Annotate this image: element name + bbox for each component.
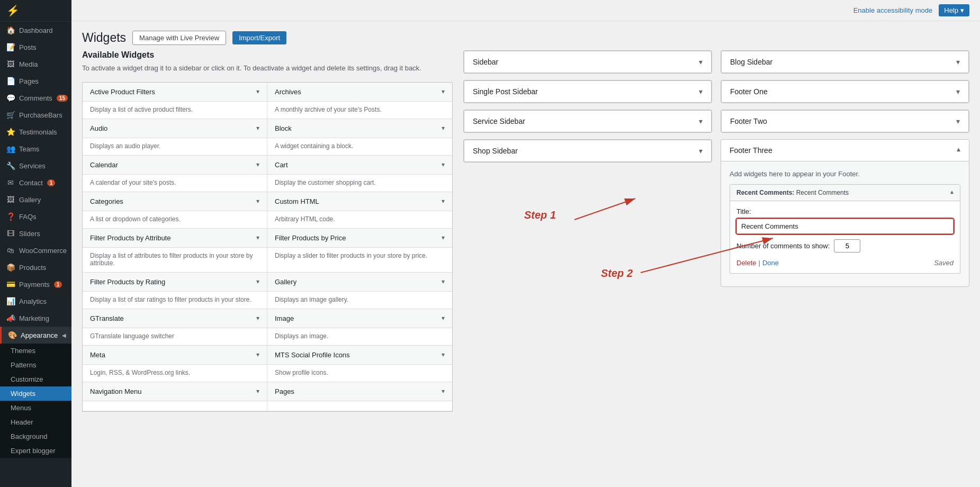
sidebar-sub-item-patterns[interactable]: Patterns bbox=[0, 358, 71, 372]
sidebar-sub-item-menus[interactable]: Menus bbox=[0, 401, 71, 415]
num-comments-label: Number of comments to show: bbox=[736, 242, 830, 250]
widget-header-archives[interactable]: Archives ▾ bbox=[267, 83, 452, 102]
sidebar-item-media[interactable]: 🖼 Media bbox=[0, 56, 71, 73]
widget-name: Audio bbox=[90, 124, 107, 132]
sidebar-item-services[interactable]: 🔧 Services bbox=[0, 157, 71, 174]
sidebar-collapse-icon: ▾ bbox=[699, 147, 703, 155]
import-export-button[interactable]: Import/Export bbox=[232, 31, 286, 44]
sidebar-item-marketing[interactable]: 📣 Marketing bbox=[0, 310, 71, 327]
widget-name: GTranslate bbox=[90, 314, 124, 322]
widget-name: Filter Products by Attribute bbox=[90, 234, 170, 242]
widget-header-mts-social[interactable]: MTS Social Profile Icons ▾ bbox=[267, 346, 452, 365]
sidebar-sub-item-themes[interactable]: Themes bbox=[0, 344, 71, 358]
comments-icon: 💬 bbox=[6, 94, 15, 102]
sidebar-area-blog-header[interactable]: Blog Sidebar ▾ bbox=[721, 51, 969, 73]
widget-desc: Display a list of active product filters… bbox=[83, 102, 267, 119]
appearance-submenu: Themes Patterns Customize Widgets Menus … bbox=[0, 344, 71, 458]
sidebar-sub-item-widgets[interactable]: Widgets bbox=[0, 386, 71, 401]
widget-name: Meta bbox=[90, 351, 105, 359]
help-button[interactable]: Help ▾ bbox=[939, 4, 969, 16]
widget-header-filter-by-rating[interactable]: Filter Products by Rating ▾ bbox=[83, 273, 267, 292]
action-separator: | bbox=[757, 259, 762, 267]
widget-desc: Arbitrary HTML code. bbox=[267, 211, 452, 228]
recent-comments-header[interactable]: Recent Comments: Recent Comments ▾ bbox=[730, 185, 960, 201]
sidebar-item-contact[interactable]: ✉ Contact 1 bbox=[0, 174, 71, 191]
widget-name: Gallery bbox=[275, 278, 296, 286]
widget-desc: Display a list of attributes to filter p… bbox=[83, 248, 267, 272]
widget-header-cart[interactable]: Cart ▾ bbox=[267, 156, 452, 175]
sidebar-item-payments[interactable]: 💳 Payments 1 bbox=[0, 276, 71, 293]
widget-header-gallery[interactable]: Gallery ▾ bbox=[267, 273, 452, 292]
widget-desc: A widget containing a block. bbox=[267, 138, 452, 155]
widget-header-categories[interactable]: Categories ▾ bbox=[83, 192, 267, 211]
widget-desc bbox=[83, 401, 267, 411]
widget-item-audio: Audio ▾ Displays an audio player. bbox=[83, 119, 267, 156]
widget-desc: Login, RSS, & WordPress.org links. bbox=[83, 365, 267, 382]
sidebar-item-appearance[interactable]: 🎨 Appearance ◀ bbox=[0, 327, 71, 344]
woocommerce-icon: 🛍 bbox=[6, 246, 15, 255]
sidebar-sub-item-expert-blogger[interactable]: Expert blogger bbox=[0, 444, 71, 458]
sidebar-item-gallery[interactable]: 🖼 Gallery bbox=[0, 191, 71, 208]
widget-header-navigation-menu[interactable]: Navigation Menu ▾ bbox=[83, 382, 267, 401]
sidebar-area-footer-one-header[interactable]: Footer One ▾ bbox=[721, 80, 969, 103]
sidebar-area-shop-header[interactable]: Shop Sidebar ▾ bbox=[464, 140, 712, 162]
widget-header-image[interactable]: Image ▾ bbox=[267, 309, 452, 328]
sidebar-item-teams[interactable]: 👥 Teams bbox=[0, 140, 71, 157]
available-widgets-heading: Available Widgets bbox=[82, 50, 453, 60]
sidebar-item-sliders[interactable]: 🎞 Sliders bbox=[0, 225, 71, 242]
sidebar-sub-item-background[interactable]: Background bbox=[0, 429, 71, 444]
widget-header-active-product-filters[interactable]: Active Product Filters ▾ bbox=[83, 83, 267, 102]
help-dropdown-icon: ▾ bbox=[960, 6, 964, 14]
dropdown-icon: ▾ bbox=[442, 124, 445, 132]
footer-three-header[interactable]: Footer Three ▾ bbox=[721, 140, 969, 161]
widget-item-meta: Meta ▾ Login, RSS, & WordPress.org links… bbox=[83, 346, 267, 382]
title-input[interactable] bbox=[736, 219, 954, 234]
widget-name: Pages bbox=[275, 387, 294, 395]
delete-link[interactable]: Delete bbox=[736, 259, 757, 267]
sidebar-item-woocommerce[interactable]: 🛍 WooCommerce bbox=[0, 242, 71, 259]
widget-item-image: Image ▾ Displays an image. bbox=[267, 309, 452, 346]
widget-header-audio[interactable]: Audio ▾ bbox=[83, 119, 267, 138]
accessibility-link[interactable]: Enable accessibility mode bbox=[853, 6, 933, 14]
widget-name: Cart bbox=[275, 161, 288, 169]
sidebar-item-testimonials[interactable]: ⭐ Testimonials bbox=[0, 123, 71, 140]
widget-header-filter-by-attribute[interactable]: Filter Products by Attribute ▾ bbox=[83, 229, 267, 248]
sidebar-item-comments[interactable]: 💬 Comments 15 bbox=[0, 89, 71, 106]
sidebar-area-single-post-header[interactable]: Single Post Sidebar ▾ bbox=[464, 80, 712, 103]
footer-three-title: Footer Three bbox=[730, 146, 772, 155]
widget-header-pages[interactable]: Pages ▾ bbox=[267, 382, 452, 401]
sidebar-item-products[interactable]: 📦 Products bbox=[0, 259, 71, 276]
sidebar-sub-item-customize[interactable]: Customize bbox=[0, 372, 71, 386]
sidebar-sub-item-header[interactable]: Header bbox=[0, 415, 71, 429]
widget-item-navigation-menu: Navigation Menu ▾ bbox=[83, 382, 267, 411]
widget-header-filter-by-price[interactable]: Filter Products by Price ▾ bbox=[267, 229, 452, 248]
done-link[interactable]: Done bbox=[762, 259, 779, 267]
sidebar-item-posts[interactable]: 📝 Posts bbox=[0, 39, 71, 56]
sidebar-item-dashboard[interactable]: 🏠 Dashboard bbox=[0, 22, 71, 39]
widget-desc: Show profile icons. bbox=[267, 365, 452, 382]
num-comments-input[interactable] bbox=[834, 239, 860, 252]
sidebar-item-pages[interactable]: 📄 Pages bbox=[0, 73, 71, 89]
sidebar-item-faqs[interactable]: ❓ FAQs bbox=[0, 208, 71, 225]
sidebar-area-footer-two: Footer Two ▾ bbox=[721, 110, 969, 133]
right-sidebar-col: Blog Sidebar ▾ Footer One ▾ bbox=[721, 50, 969, 287]
widget-header-gtranslate[interactable]: GTranslate ▾ bbox=[83, 309, 267, 328]
manage-live-preview-button[interactable]: Manage with Live Preview bbox=[132, 31, 226, 45]
sidebar-logo: ⚡ bbox=[0, 0, 71, 22]
widget-header-custom-html[interactable]: Custom HTML ▾ bbox=[267, 192, 452, 211]
sidebar-item-label: Dashboard bbox=[19, 26, 53, 34]
widget-header-calendar[interactable]: Calendar ▾ bbox=[83, 156, 267, 175]
testimonials-icon: ⭐ bbox=[6, 128, 15, 136]
sidebar-item-purchasebars[interactable]: 🛒 PurchaseBars bbox=[0, 106, 71, 123]
sidebar-item-analytics[interactable]: 📊 Analytics bbox=[0, 293, 71, 310]
services-icon: 🔧 bbox=[6, 161, 15, 170]
sidebar-area-footer-two-header[interactable]: Footer Two ▾ bbox=[721, 110, 969, 132]
widget-header-meta[interactable]: Meta ▾ bbox=[83, 346, 267, 365]
left-sidebar-col: Sidebar ▾ Single Post Sidebar ▾ bbox=[463, 50, 712, 287]
sidebar-area-service-header[interactable]: Service Sidebar ▾ bbox=[464, 110, 712, 132]
widget-header-block[interactable]: Block ▾ bbox=[267, 119, 452, 138]
recent-comments-title: Recent Comments: Recent Comments bbox=[736, 189, 849, 196]
rc-actions: Delete | Done Saved bbox=[736, 259, 954, 267]
sidebar-collapse-icon: ▾ bbox=[699, 87, 703, 96]
sidebar-area-sidebar-header[interactable]: Sidebar ▾ bbox=[464, 51, 712, 73]
